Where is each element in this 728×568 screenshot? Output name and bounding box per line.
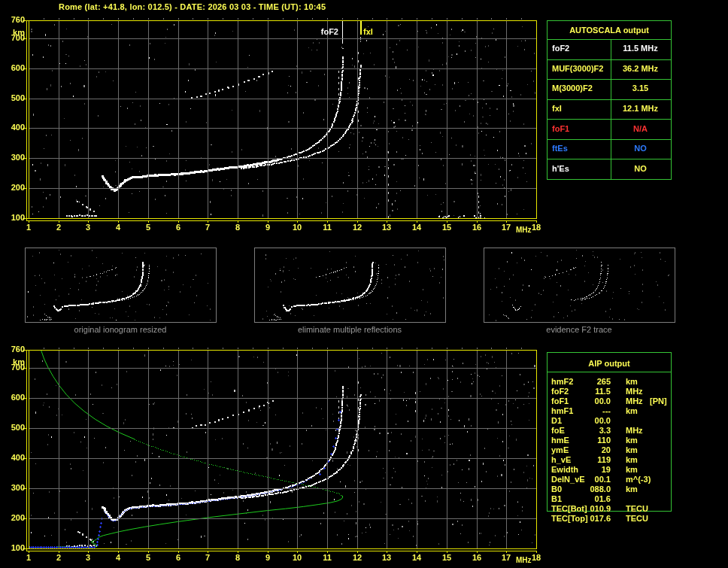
autoscala-row-label: fxI [552,104,562,113]
aip-row-unit: m^(-3) [626,475,651,484]
aip-row-unit: TECU [626,514,648,523]
aip-row-value: 19 [567,465,611,474]
aip-row-value: 01.6 [567,494,611,503]
station-title: Rome (lat: +41.8, lon: 012.5) - DATE: 20… [59,2,326,11]
aip-row: foF211.5MHz [548,387,671,396]
autoscala-row-label: h'Es [552,164,569,173]
aip-row-label: B1 [551,494,562,503]
autoscala-row-divider [548,59,671,60]
autoscala-row-value: 12.1 MHz [611,104,669,113]
aip-row-unit: MHz [626,387,643,396]
aip-row-value: 119 [567,455,611,464]
aip-row-value: 088.0 [567,484,611,494]
aip-row-unit: km [626,406,638,415]
aip-row-label: foF1 [551,396,569,405]
aip-row: TEC[Bot]010.9TECU [548,504,671,514]
aip-row-label: foE [551,426,565,435]
autoscala-row-label: M(3000)F2 [552,84,593,93]
aip-row-extra: [PN] [650,396,667,405]
autoscala-table-header: AUTOSCALA output [548,26,671,35]
autoscala-row-label: MUF(3000)F2 [552,64,603,73]
caption-original-ionogram: original ionogram resized [30,325,211,334]
autoscala-row-value: 3.15 [611,84,669,93]
aip-row: hmF2265km [548,377,671,387]
aip-row: DelN_vE00.1m^(-3) [548,475,671,484]
aip-row: ymE20km [548,445,671,455]
aip-row-unit: MHz [626,426,643,435]
aip-output-table: AIP output hmF2265kmfoF211.5MHzfoF100.0M… [547,352,672,512]
aip-row-unit: TECU [626,504,648,513]
autoscala-row-value: NO [611,144,669,153]
aip-row-value: 20 [567,445,611,454]
foF2-marker-label: foF2 [305,27,338,36]
aip-row: hmE110km [548,436,671,445]
aip-row-label: D1 [551,416,562,425]
autoscala-row-label: foF2 [552,44,569,53]
aip-row-value: 00.0 [567,416,611,425]
aip-row-label: B0 [551,484,562,494]
aip-row-value: 110 [567,436,611,445]
autoscala-row-divider [548,139,671,140]
aip-row-value: 00.0 [567,396,611,405]
aip-row: h_vE119km [548,455,671,465]
aip-row-unit: km [626,445,638,454]
aip-row: hmF1---km [548,406,671,416]
fxI-marker-label: fxI [363,27,373,36]
aip-row: B0088.0km [548,484,671,494]
aip-row-unit: km [626,455,638,464]
aip-row: foF100.0MHz[PN] [548,396,671,406]
aip-row-value: 010.9 [567,504,611,513]
autoscala-row-value: N/A [611,124,669,133]
aip-row-unit: km [626,465,638,474]
autoscala-row-divider [548,159,671,159]
aip-row-unit: km [626,377,638,386]
aip-row-value: 265 [567,377,611,386]
aip-row: Ewidth19km [548,465,671,475]
autoscala-row-label: ftEs [552,144,568,153]
autoscala-row-value: NO [611,164,669,173]
aip-row: TEC[Top]017.6TECU [548,514,671,524]
autoscala-row-value: 36.2 MHz [611,64,669,73]
aip-row-value: 00.1 [567,475,611,484]
aip-row: foE3.3MHz [548,426,671,436]
autoscala-row-divider [548,39,671,40]
aip-row: B101.6 [548,494,671,504]
aip-table-header: AIP output [548,359,671,368]
aip-row-unit: MHz [626,396,643,405]
autoscala-row-divider [548,79,671,80]
autoscala-row-value: 11.5 MHz [611,44,669,53]
caption-evidence-f2-trace: evidence F2 trace [489,325,669,334]
aip-row-value: 11.5 [567,387,611,396]
aip-row-value: 3.3 [567,426,611,435]
autoscala-row-label: foF1 [552,124,569,133]
aip-row: D100.0 [548,416,671,426]
autoscala-row-divider [548,119,671,120]
aip-row-value: --- [567,406,611,415]
aip-row-label: foF2 [551,387,569,396]
aip-header-divider [548,372,671,372]
autoscala-window: Rome (lat: +41.8, lon: 012.5) - DATE: 20… [0,0,728,568]
aip-row-unit: km [626,484,638,494]
autoscala-output-table: AUTOSCALA output foF211.5 MHzMUF(3000)F2… [547,20,672,180]
aip-row-unit: km [626,436,638,445]
autoscala-row-divider [548,99,671,100]
aip-row-label: ymE [551,445,569,454]
caption-eliminate-reflections: eliminate multiple reflections [259,325,440,334]
aip-row-value: 017.6 [567,514,611,523]
